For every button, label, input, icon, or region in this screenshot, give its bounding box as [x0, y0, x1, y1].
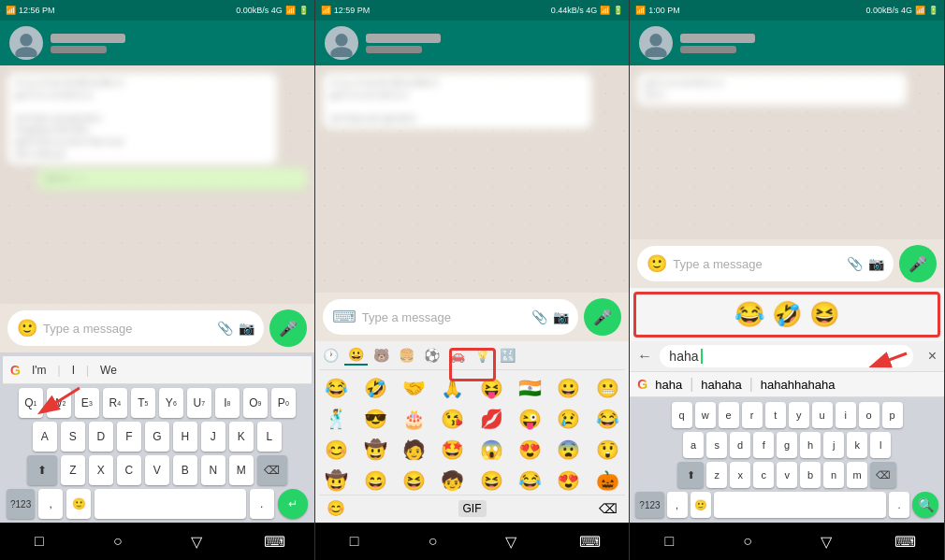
- key-3-e[interactable]: e: [719, 402, 739, 428]
- key-3-search[interactable]: 🔍: [912, 492, 938, 518]
- key-3-period[interactable]: .: [889, 492, 909, 518]
- key-I[interactable]: I8: [215, 388, 240, 418]
- key-3-k[interactable]: k: [847, 432, 867, 458]
- emoji-cry[interactable]: 😢: [551, 405, 587, 433]
- message-input-2[interactable]: ⌨ Type a message 📎 📷: [323, 299, 579, 335]
- placeholder-1[interactable]: Type a message: [43, 322, 211, 336]
- emoji-fearful[interactable]: 😨: [551, 436, 587, 464]
- emoji-tab-symbols[interactable]: 🔣: [496, 346, 519, 365]
- key-enter-1[interactable]: ↵: [278, 489, 308, 519]
- nav-keyboard-3[interactable]: ⌨: [892, 528, 918, 554]
- key-3-c[interactable]: c: [753, 462, 774, 488]
- key-period-1[interactable]: .: [250, 489, 274, 519]
- nav-square-3[interactable]: □: [656, 528, 682, 554]
- key-3-j[interactable]: j: [823, 432, 844, 458]
- key-Y[interactable]: Y6: [159, 388, 183, 418]
- emoji-smile[interactable]: 😊: [319, 436, 355, 464]
- key-3-q[interactable]: q: [672, 402, 692, 428]
- key-3-v[interactable]: v: [777, 462, 797, 488]
- emoji-pray[interactable]: 🙏: [435, 374, 471, 402]
- key-3-emoji[interactable]: 🙂: [691, 492, 711, 518]
- nav-square-2[interactable]: □: [342, 528, 368, 554]
- emoji-scream[interactable]: 😱: [473, 436, 509, 464]
- gif-button[interactable]: GIF: [458, 500, 487, 517]
- key-3-i[interactable]: i: [836, 402, 856, 428]
- key-3-u[interactable]: u: [812, 402, 833, 428]
- emoji-tab-animals[interactable]: 🐻: [370, 346, 393, 365]
- emoji-hearteyes[interactable]: 😍: [512, 436, 547, 464]
- nav-circle-3[interactable]: ○: [734, 528, 761, 554]
- placeholder-2[interactable]: Type a message: [362, 310, 527, 324]
- emoji-cowboy[interactable]: 🤠: [357, 436, 393, 464]
- emoji-starstruck[interactable]: 🤩: [435, 436, 471, 464]
- emoji-rofl[interactable]: 🤣: [357, 374, 393, 402]
- key-3-h[interactable]: h: [800, 432, 821, 458]
- key-J[interactable]: J: [201, 422, 225, 452]
- message-input-1[interactable]: 🙂 Type a message 📎 📷: [7, 310, 264, 346]
- emoji-beam[interactable]: 😄: [357, 467, 393, 495]
- key-K[interactable]: K: [229, 422, 254, 452]
- attach-button-2[interactable]: 📎: [531, 309, 547, 324]
- key-3-z[interactable]: z: [706, 462, 727, 488]
- key-3-n[interactable]: n: [823, 462, 844, 488]
- mic-button-1[interactable]: 🎤: [269, 309, 307, 347]
- key-3-s[interactable]: s: [706, 432, 727, 458]
- key-3-comma[interactable]: ,: [667, 492, 688, 518]
- emoji-hushed[interactable]: 😲: [589, 436, 625, 464]
- emoji-laughing[interactable]: 😂: [319, 374, 355, 402]
- sug-emoji-2[interactable]: 🤣: [772, 300, 802, 329]
- mic-button-2[interactable]: 🎤: [584, 298, 621, 336]
- key-H[interactable]: H: [173, 422, 197, 452]
- key-3-o[interactable]: o: [859, 402, 880, 428]
- key-3-d[interactable]: d: [730, 432, 750, 458]
- key-A[interactable]: A: [33, 422, 57, 452]
- emoji-tab-food[interactable]: 🍔: [395, 346, 418, 365]
- key-space-1[interactable]: [94, 489, 245, 519]
- emoji-child[interactable]: 🧒: [435, 467, 471, 495]
- camera-button-3[interactable]: 📷: [868, 256, 884, 271]
- nav-keyboard-2[interactable]: ⌨: [576, 528, 603, 554]
- key-P[interactable]: P0: [271, 388, 296, 418]
- key-3-a[interactable]: a: [683, 432, 704, 458]
- sug-emoji-3[interactable]: 😆: [809, 300, 839, 329]
- emoji-kiss[interactable]: 😘: [435, 405, 471, 433]
- emoji-clown[interactable]: 🤠: [319, 467, 355, 495]
- key-del-1[interactable]: ⌫: [257, 455, 287, 485]
- key-B[interactable]: B: [173, 455, 197, 485]
- emoji-joy[interactable]: 😂: [589, 405, 625, 433]
- emoji-tab-travel[interactable]: 🚗: [445, 346, 469, 365]
- emoji-tab-recent[interactable]: 🕐: [319, 346, 342, 365]
- emoji-wink[interactable]: 😜: [512, 405, 547, 433]
- emoji-button-2[interactable]: ⌨: [332, 307, 356, 327]
- key-C[interactable]: C: [117, 455, 141, 485]
- key-O[interactable]: O9: [243, 388, 268, 418]
- key-3-m[interactable]: m: [847, 462, 867, 488]
- placeholder-3[interactable]: Type a message: [673, 257, 841, 271]
- emoji-jack[interactable]: 🎃: [589, 467, 625, 495]
- nav-keyboard-1[interactable]: ⌨: [262, 528, 288, 554]
- mic-button-3[interactable]: 🎤: [899, 245, 937, 282]
- key-M[interactable]: M: [229, 455, 254, 485]
- key-Z[interactable]: Z: [61, 455, 85, 485]
- key-3-space[interactable]: [714, 492, 886, 518]
- key-G[interactable]: G: [145, 422, 169, 452]
- key-3-f[interactable]: f: [753, 432, 774, 458]
- emoji-he2[interactable]: 😍: [551, 467, 587, 495]
- nav-triangle-2[interactable]: ▽: [498, 528, 524, 554]
- emoji-lips[interactable]: 💋: [473, 405, 509, 433]
- key-emoji-1[interactable]: 🙂: [66, 489, 91, 519]
- emoji-tab-smileys[interactable]: 😀: [344, 345, 368, 366]
- emoji-laughsq[interactable]: 😆: [396, 467, 431, 495]
- emoji-xd[interactable]: 😆: [473, 467, 509, 495]
- sug-3-1[interactable]: hahaha: [701, 378, 741, 392]
- key-3-123[interactable]: ?123: [635, 492, 663, 518]
- emoji-button-1[interactable]: 🙂: [17, 318, 37, 338]
- key-3-del[interactable]: ⌫: [870, 462, 896, 488]
- key-D[interactable]: D: [89, 422, 113, 452]
- attach-button-3[interactable]: 📎: [847, 256, 863, 271]
- emoji-handshake[interactable]: 🤝: [396, 374, 431, 402]
- key-F[interactable]: F: [117, 422, 141, 452]
- key-shift-1[interactable]: ⬆: [27, 455, 57, 485]
- emoji-tab-objects[interactable]: 💡: [471, 346, 494, 365]
- key-T[interactable]: T5: [131, 388, 155, 418]
